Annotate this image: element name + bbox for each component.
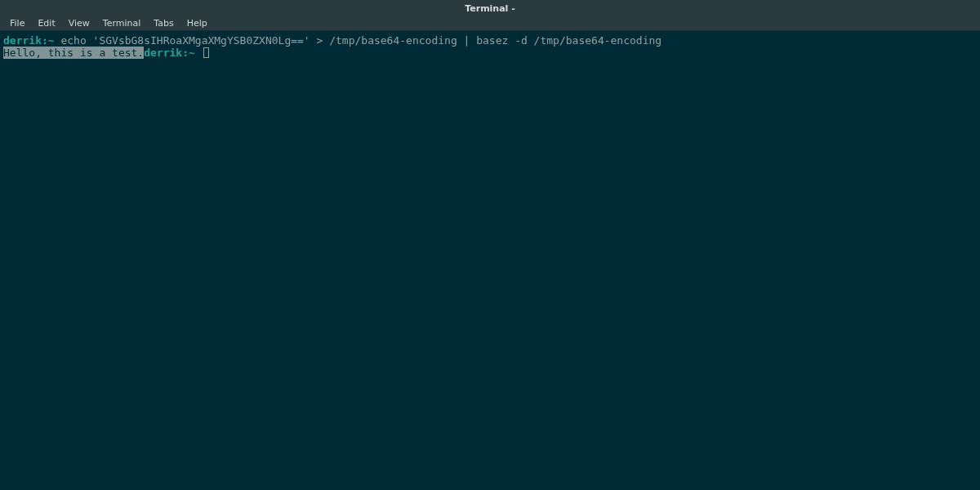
prompt: derrik:~ — [144, 47, 195, 59]
menu-tabs[interactable]: Tabs — [147, 16, 180, 30]
menu-file[interactable]: File — [3, 16, 31, 30]
prompt-space — [195, 47, 202, 59]
menu-edit[interactable]: Edit — [31, 16, 61, 30]
menu-help[interactable]: Help — [180, 16, 214, 30]
window-titlebar: Terminal - — [0, 0, 980, 16]
menu-view[interactable]: View — [62, 16, 96, 30]
command-output: Hello, this is a test. — [3, 47, 144, 59]
window-title: Terminal - — [465, 3, 515, 14]
terminal-line-2: Hello, this is a test.derrik:~ — [3, 47, 977, 59]
cursor-icon — [203, 47, 209, 58]
terminal-viewport[interactable]: derrik:~ echo 'SGVsbG8sIHRoaXMgaXMgYSB0Z… — [0, 31, 980, 62]
command-text: echo 'SGVsbG8sIHRoaXMgaXMgYSB0ZXN0Lg==' … — [55, 34, 662, 47]
terminal-line-1: derrik:~ echo 'SGVsbG8sIHRoaXMgaXMgYSB0Z… — [3, 34, 977, 47]
prompt: derrik:~ — [3, 34, 55, 47]
menubar: File Edit View Terminal Tabs Help — [0, 16, 980, 31]
menu-terminal[interactable]: Terminal — [96, 16, 148, 30]
